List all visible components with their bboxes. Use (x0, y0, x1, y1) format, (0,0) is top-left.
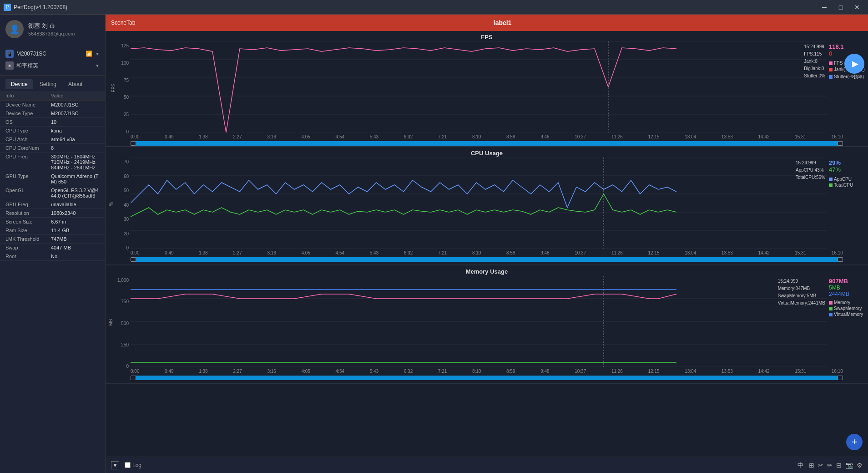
charts-container: FPS 125 100 75 50 25 0 FPS (106, 31, 868, 457)
info-rows-container: Device NameM2007J1SCDevice TypeM2007J1SC… (0, 101, 105, 261)
tab-setting[interactable]: Setting (34, 79, 62, 89)
info-row: CPU Freq300MHz - 1804MHz 710MHz - 2419MH… (0, 153, 105, 172)
info-row: CPU CoreNum8 (0, 144, 105, 153)
user-id: 564838736@qq.com (28, 31, 100, 36)
close-button[interactable]: ✕ (850, 0, 864, 15)
minimize-button[interactable]: ─ (817, 0, 832, 15)
tab-device[interactable]: Device (5, 79, 33, 89)
main-layout: 👤 衡塞 刘 ⏻ 564838736@qq.com 📱 M2007J1SC 📶 … (0, 15, 868, 473)
mem-scroll-right[interactable] (838, 376, 843, 380)
maximize-button[interactable]: □ (833, 0, 848, 15)
titlebar: P PerfDog(v4.1.200708) ─ □ ✕ (0, 0, 868, 15)
cpu-chart-area: 15:24:999 AppCPU:43% TotalCPU:56% (131, 158, 827, 250)
app-title: PerfDog(v4.1.200708) (14, 4, 67, 10)
wifi-icon: 📶 (86, 51, 92, 57)
fps-chart-panel: FPS 125 100 75 50 25 0 FPS (106, 31, 868, 147)
app-row[interactable]: ■ 和平精英 ▼ (5, 60, 100, 71)
avatar: 👤 (5, 20, 24, 38)
info-row: Swap4047 MB (0, 244, 105, 252)
log-label[interactable]: Log (125, 462, 141, 468)
status-bar: ▼ Log 中 ⊞ ✂ ✏ ⊟ 📷 ⚙ (106, 457, 868, 473)
app-icon: P (4, 4, 11, 11)
fps-scroll-right[interactable] (838, 141, 843, 146)
tab-bar: Device Setting About (0, 76, 105, 89)
fps-y-unit: FPS (111, 83, 116, 92)
content-area: SceneTab label1 FPS 125 100 75 50 25 0 (106, 15, 868, 473)
cpu-scroll-left[interactable] (131, 257, 136, 262)
tab-about[interactable]: About (63, 79, 88, 89)
cpu-scroll-right[interactable] (838, 257, 843, 262)
user-profile: 👤 衡塞 刘 ⏻ 564838736@qq.com (0, 15, 105, 44)
memory-chart-area: 15:24:999 Memory:847MB SwapMemory:5MB Vi… (131, 276, 827, 369)
fps-scrollbar[interactable] (131, 141, 843, 146)
cpu-x-axis: 0:000:491:382:273:164:054:545:436:327:21… (131, 250, 843, 256)
info-row: RootNo (0, 252, 105, 261)
cpu-y-unit: % (109, 202, 114, 206)
fps-y-axis: 125 100 75 50 25 0 (106, 43, 131, 134)
lang-label: 中 (797, 461, 803, 469)
info-table: Info Value Device NameM2007J1SCDevice Ty… (0, 89, 105, 473)
grid-icon[interactable]: ⊟ (836, 462, 842, 469)
power-icon: ⏻ (50, 23, 55, 29)
info-row: GPU Frequnavailable (0, 200, 105, 209)
mem-y-unit: MB (108, 319, 113, 326)
device-row[interactable]: 📱 M2007J1SC 📶 ▼ (5, 48, 100, 60)
cpu-chart-panel: CPU Usage 70 60 50 40 30 20 0 % (106, 147, 868, 265)
status-icons: 中 ⊞ ✂ ✏ ⊟ 📷 ⚙ (797, 461, 863, 469)
app-chevron-icon: ▼ (95, 63, 100, 68)
log-toggle-icon[interactable]: ▼ (111, 461, 119, 469)
cpu-chart-title: CPU Usage (106, 147, 868, 158)
info-row: CPU Typekona (0, 127, 105, 135)
frame-icon[interactable]: ⊞ (809, 462, 814, 469)
info-row: CPU Archarm64-v8a (0, 135, 105, 144)
info-row: OS10 (0, 118, 105, 127)
sidebar: 👤 衡塞 刘 ⏻ 564838736@qq.com 📱 M2007J1SC 📶 … (0, 15, 106, 473)
user-name: 衡塞 刘 ⏻ (28, 22, 100, 30)
scene-current-label: label1 (142, 19, 863, 26)
log-checkbox[interactable] (125, 462, 131, 468)
pencil-icon[interactable]: ✏ (827, 462, 833, 469)
memory-chart-panel: Memory Usage 1,000 750 500 250 0 MB (106, 265, 868, 384)
device-chevron-icon: ▼ (95, 51, 100, 56)
info-row: Device NameM2007J1SC (0, 101, 105, 109)
app-name-label: 和平精英 (16, 62, 92, 70)
mem-svg (131, 276, 827, 367)
play-button[interactable] (844, 54, 864, 74)
header-info: Info (5, 93, 51, 98)
memory-legend: 907MB 5MB 2444MB Memory SwapMemory Virtu… (827, 276, 868, 320)
app-icon-sq: ■ (5, 61, 14, 70)
memory-annotation: 15:24:999 Memory:847MB SwapMemory:5MB Vi… (778, 278, 825, 307)
fps-svg (131, 41, 827, 132)
header-value: Value (51, 93, 63, 98)
mem-scroll-left[interactable] (131, 376, 136, 380)
settings-icon[interactable]: ⚙ (857, 462, 863, 469)
info-row: OpenGLOpenGL ES 3.2 V@444.0 (GIT@856adf3 (0, 186, 105, 200)
info-row: Device TypeM2007J1SC (0, 109, 105, 118)
cpu-legend: 29% 47% AppCPU TotalCPU (827, 158, 868, 190)
cpu-annotation: 15:24:999 AppCPU:43% TotalCPU:56% (796, 159, 825, 181)
titlebar-left: P PerfDog(v4.1.200708) (4, 4, 67, 11)
fps-scroll-left[interactable] (131, 141, 136, 146)
info-row: Resolution1080x2340 (0, 209, 105, 218)
device-icon: 📱 (5, 50, 14, 58)
fps-chart-title: FPS (106, 31, 868, 41)
info-row: Screen Size6.67 in (0, 218, 105, 226)
user-info: 衡塞 刘 ⏻ 564838736@qq.com (28, 22, 100, 36)
titlebar-controls: ─ □ ✕ (817, 0, 864, 15)
cpu-scrollbar[interactable] (131, 257, 843, 262)
device-section: 📱 M2007J1SC 📶 ▼ ■ 和平精英 ▼ (0, 44, 105, 76)
info-row: Ram Size11.4 GB (0, 226, 105, 235)
mem-x-axis: 0:000:491:382:273:164:054:545:436:327:21… (131, 369, 843, 375)
device-name-label: M2007J1SC (16, 51, 83, 57)
info-table-header: Info Value (0, 91, 105, 101)
scene-tab-label: SceneTab (111, 20, 135, 26)
cpu-svg (131, 158, 827, 249)
add-chart-button[interactable]: + (846, 434, 863, 450)
screenshot-icon[interactable]: 📷 (845, 462, 853, 469)
scissors-icon[interactable]: ✂ (818, 462, 823, 469)
info-row: GPU TypeQualcomm Adreno (TM) 650 (0, 172, 105, 186)
fps-x-axis: 0:000:491:382:273:164:054:545:436:327:21… (131, 134, 843, 140)
memory-chart-title: Memory Usage (106, 265, 868, 276)
mem-scrollbar[interactable] (131, 376, 843, 380)
info-row: LMK Threshold747MB (0, 235, 105, 244)
